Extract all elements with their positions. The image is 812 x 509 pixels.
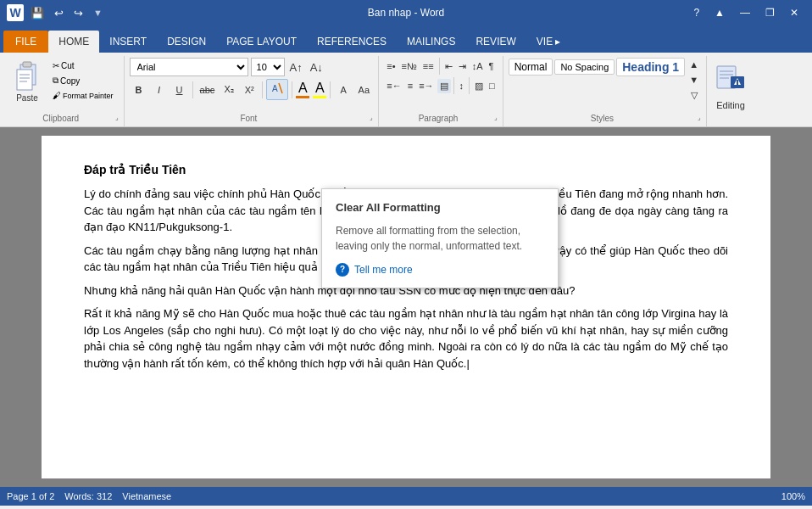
svg-rect-2 (17, 70, 32, 90)
clipboard-group: Paste ✂ Cut ⧉ Copy 🖌 Format Painter Clip… (3, 56, 125, 126)
title-bar-left: W 💾 ↩ ↪ ▼ (7, 4, 103, 21)
para-sep3 (469, 77, 470, 94)
para-row2: ≡← ≡ ≡→ ▤ ↕ ▨ □ (384, 77, 497, 94)
font-grow-button[interactable]: A↑ (287, 60, 305, 75)
sort-button[interactable]: ↕A (470, 59, 486, 73)
tab-mailings[interactable]: MAILINGS (397, 31, 465, 53)
separator3 (292, 81, 292, 98)
format-painter-button[interactable]: 🖌 Format Painter (49, 89, 117, 102)
tab-page-layout[interactable]: PAGE LAYOUT (216, 31, 307, 53)
font-shrink-button[interactable]: A↓ (308, 60, 325, 75)
para-sep1 (439, 58, 440, 75)
tab-references[interactable]: REFERENCES (307, 31, 397, 53)
paste-label: Paste (16, 93, 38, 103)
highlight-indicator (313, 96, 326, 98)
font-expand-icon[interactable]: ⌟ (370, 114, 373, 121)
styles-expand-icon[interactable]: ⌟ (698, 114, 701, 121)
paragraph-expand-icon[interactable]: ⌟ (494, 114, 498, 121)
tooltip-link-text: Tell me more (354, 262, 413, 277)
font-name-select[interactable]: Arial (130, 58, 248, 76)
tab-file[interactable]: FILE (3, 31, 48, 53)
close-btn[interactable]: ✕ (783, 5, 805, 20)
styles-label-row: Styles ⌟ (509, 112, 701, 123)
brush-icon: 🖌 (53, 91, 61, 100)
style-no-spacing[interactable]: No Spacing (554, 59, 615, 75)
help-btn[interactable]: ? (687, 5, 706, 20)
show-formatting-button[interactable]: ¶ (486, 59, 496, 73)
paragraph-content: ≡• ≡№ ≡≡ ⇤ ⇥ ↕A ¶ ≡← ≡ ≡→ ▤ ↕ (384, 58, 497, 112)
zoom-level: 100% (781, 491, 805, 501)
numbering-button[interactable]: ≡№ (399, 59, 420, 73)
tooltip-description: Remove all formatting from the selection… (336, 223, 544, 254)
editing-content: Editing (714, 59, 748, 123)
font-inner: Arial 10 A↑ A↓ B I U abc X₂ X² (130, 58, 374, 100)
clipboard-expand-icon[interactable]: ⌟ (115, 114, 119, 121)
clipboard-content: Paste ✂ Cut ⧉ Copy 🖌 Format Painter (8, 58, 119, 112)
superscript-button[interactable]: X² (240, 83, 259, 97)
tab-design[interactable]: DESIGN (157, 31, 216, 53)
styles-expand[interactable]: ▽ (687, 88, 701, 103)
borders-button[interactable]: □ (487, 79, 498, 92)
restore-btn[interactable]: ❐ (759, 5, 781, 20)
underline-button[interactable]: U (170, 83, 189, 97)
separator1 (192, 81, 193, 98)
paste-button[interactable]: Paste (8, 58, 46, 112)
paragraph-group: ≡• ≡№ ≡≡ ⇤ ⇥ ↕A ¶ ≡← ≡ ≡→ ▤ ↕ (379, 56, 503, 126)
tab-view[interactable]: VIE ▸ (526, 31, 571, 53)
text-effects-button[interactable]: A (334, 83, 353, 97)
undo-quick-btn[interactable]: ↩ (51, 5, 67, 21)
change-case-button[interactable]: Aa (354, 83, 373, 97)
status-left: Page 1 of 2 Words: 312 Vietnamese (7, 491, 171, 501)
editing-group: Editing (707, 56, 754, 126)
highlight-color-button[interactable]: A (313, 81, 326, 98)
save-quick-btn[interactable]: 💾 (27, 5, 47, 21)
align-right-button[interactable]: ≡→ (416, 79, 436, 92)
help-icon: ? (336, 263, 349, 277)
redo-quick-btn[interactable]: ↪ (70, 5, 86, 21)
font-color-button[interactable]: A (296, 81, 309, 98)
bullets-button[interactable]: ≡• (384, 59, 398, 73)
align-center-button[interactable]: ≡ (405, 79, 415, 92)
tooltip-title: Clear All Formatting (336, 199, 544, 216)
multilevel-button[interactable]: ≡≡ (420, 59, 437, 73)
tab-insert[interactable]: INSERT (99, 31, 157, 53)
cut-button[interactable]: ✂ Cut (49, 59, 117, 72)
tab-home[interactable]: HOME (48, 31, 99, 53)
font-size-select[interactable]: 10 (251, 58, 285, 76)
style-heading1[interactable]: Heading 1 (616, 58, 685, 76)
clear-formatting-button[interactable]: A (266, 79, 288, 100)
language: Vietnamese (122, 491, 171, 501)
strikethrough-button[interactable]: abc (197, 83, 219, 97)
font-color-label: A (298, 81, 308, 96)
clipboard-label-row: Clipboard ⌟ (8, 112, 119, 123)
subscript-button[interactable]: X₂ (220, 82, 238, 97)
window-controls: ? ▲ — ❐ ✕ (687, 5, 805, 20)
customize-qa: ▼ (93, 8, 103, 18)
tooltip-link[interactable]: ? Tell me more (336, 262, 544, 277)
word-logo: W (7, 4, 24, 21)
status-right: 100% (781, 491, 805, 501)
ribbon-toggle-btn[interactable]: ▲ (708, 5, 731, 20)
decrease-indent-button[interactable]: ⇤ (442, 59, 455, 74)
document-page[interactable]: Đáp trả Triều Tiên Lý do chính đảng sau … (42, 136, 770, 478)
paste-icon (14, 61, 41, 92)
font-row2: B I U abc X₂ X² A (130, 79, 374, 100)
styles-group: Normal No Spacing Heading 1 ▲ ▼ ▽ Styles… (503, 56, 707, 126)
style-normal[interactable]: Normal (509, 59, 553, 76)
shading-button[interactable]: ▨ (472, 79, 486, 93)
font-group: Arial 10 A↑ A↓ B I U abc X₂ X² (125, 56, 380, 126)
align-left-button[interactable]: ≡← (384, 79, 403, 92)
copy-button[interactable]: ⧉ Copy (49, 74, 117, 87)
italic-button[interactable]: I (150, 83, 169, 97)
styles-scroll-up[interactable]: ▲ (687, 58, 701, 71)
increase-indent-button[interactable]: ⇥ (456, 59, 469, 74)
editing-inner: Editing (714, 59, 748, 110)
justify-button[interactable]: ▤ (437, 79, 451, 93)
tab-review[interactable]: REVIEW (465, 31, 526, 53)
clipboard-label: Clipboard (8, 114, 114, 123)
minimize-btn[interactable]: — (733, 5, 757, 20)
line-spacing-button[interactable]: ↕ (457, 79, 467, 92)
bold-button[interactable]: B (130, 83, 148, 97)
document-para4: Rất ít khả năng Mỹ sẽ cho Hàn Quốc mua h… (84, 305, 728, 372)
styles-scroll-down[interactable]: ▼ (687, 73, 701, 87)
